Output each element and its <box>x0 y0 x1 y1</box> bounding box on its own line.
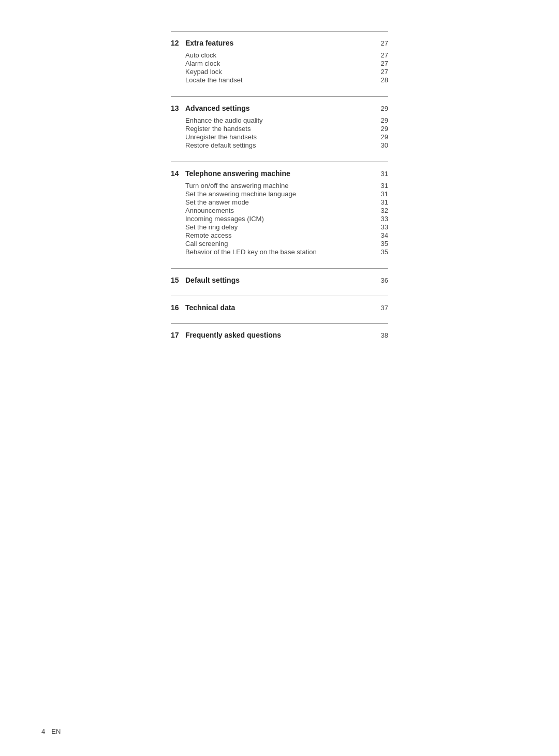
sub-entry-page: 33 <box>374 215 388 223</box>
sub-entry-text: Auto clock <box>185 51 374 59</box>
sub-entries-13: Enhance the audio quality 29 Register th… <box>171 117 388 149</box>
sub-entry-page: 34 <box>374 231 388 239</box>
sub-entry: Set the ring delay 33 <box>185 223 388 231</box>
footer-page-number: 4 <box>41 728 45 735</box>
sub-entry-text: Turn on/off the answering machine <box>185 182 374 190</box>
section-page-16: 37 <box>381 304 388 312</box>
section-title-16: Technical data <box>185 303 235 312</box>
section-divider-16 <box>171 296 388 296</box>
section-title-15: Default settings <box>185 276 240 284</box>
sub-entry: Set the answering machine language 31 <box>185 190 388 198</box>
sub-entry-page: 29 <box>374 117 388 124</box>
sub-entry-text: Call screening <box>185 240 374 248</box>
sub-entry-page: 35 <box>374 240 388 248</box>
sub-entry-text: Unregister the handsets <box>185 133 374 141</box>
section-page-13: 29 <box>381 105 388 112</box>
section-header-16: 16 Technical data 37 <box>171 300 388 314</box>
sub-entry-text: Alarm clock <box>185 60 374 67</box>
sub-entry: Set the answer mode 31 <box>185 198 388 206</box>
section-title-14: Telephone answering machine <box>185 169 290 178</box>
section-page-12: 27 <box>381 39 388 47</box>
sub-entries-12: Auto clock 27 Alarm clock 27 Keypad lock… <box>171 51 388 84</box>
sub-entry-text: Incoming messages (ICM) <box>185 215 374 223</box>
sub-entry: Enhance the audio quality 29 <box>185 117 388 124</box>
toc-section-15: 15 Default settings 36 <box>171 268 388 296</box>
page: 12 Extra features 27 Auto clock 27 Alarm… <box>0 0 559 756</box>
sub-entry-page: 27 <box>374 68 388 76</box>
sub-entry-page: 33 <box>374 223 388 231</box>
sub-entry-page: 31 <box>374 198 388 206</box>
sub-entry-page: 27 <box>374 60 388 67</box>
sub-entry: Keypad lock 27 <box>185 68 388 76</box>
section-page-15: 36 <box>381 277 388 284</box>
section-title-17: Frequently asked questions <box>185 331 281 339</box>
sub-entry: Auto clock 27 <box>185 51 388 59</box>
sub-entry-text: Locate the handset <box>185 76 374 84</box>
section-title-13: Advanced settings <box>185 104 249 112</box>
sub-entry-text: Keypad lock <box>185 68 374 76</box>
section-number-12: 12 <box>171 39 181 47</box>
section-divider-15 <box>171 268 388 269</box>
sub-entry-page: 30 <box>374 141 388 149</box>
sub-entry-page: 29 <box>374 133 388 141</box>
sub-entry-text: Set the ring delay <box>185 223 374 231</box>
section-divider-17 <box>171 323 388 324</box>
toc-section-14: 14 Telephone answering machine 31 Turn o… <box>171 162 388 268</box>
sub-entry-page: 28 <box>374 76 388 84</box>
sub-entry: Turn on/off the answering machine 31 <box>185 182 388 190</box>
sub-entry: Register the handsets 29 <box>185 125 388 133</box>
sub-entry-page: 29 <box>374 125 388 133</box>
toc-section-13: 13 Advanced settings 29 Enhance the audi… <box>171 96 388 162</box>
sub-entry-page: 31 <box>374 182 388 190</box>
sub-entry: Behavior of the LED key on the base stat… <box>185 248 388 256</box>
section-header-left-14: 14 Telephone answering machine <box>171 169 290 178</box>
section-divider-13 <box>171 96 388 97</box>
section-header-15: 15 Default settings 36 <box>171 273 388 286</box>
sub-entry-text: Remote access <box>185 231 374 239</box>
section-header-13: 13 Advanced settings 29 <box>171 101 388 114</box>
section-number-17: 17 <box>171 331 181 339</box>
sub-entry-page: 31 <box>374 190 388 198</box>
section-header-left-12: 12 Extra features <box>171 39 233 47</box>
sub-entry: Restore default settings 30 <box>185 141 388 149</box>
sub-entry-text: Register the handsets <box>185 125 374 133</box>
section-divider-14 <box>171 162 388 162</box>
sub-entry-text: Behavior of the LED key on the base stat… <box>185 248 325 256</box>
section-page-17: 38 <box>381 331 388 339</box>
sub-entry: Locate the handset 28 <box>185 76 388 84</box>
section-number-13: 13 <box>171 104 181 112</box>
section-title-12: Extra features <box>185 39 233 47</box>
toc-container: 12 Extra features 27 Auto clock 27 Alarm… <box>171 31 388 343</box>
sub-entry-text: Announcements <box>185 207 374 214</box>
sub-entry-text: Enhance the audio quality <box>185 117 374 124</box>
sub-entry-text: Set the answer mode <box>185 198 374 206</box>
toc-section-16: 16 Technical data 37 <box>171 296 388 323</box>
section-divider-12 <box>171 31 388 32</box>
sub-entry: Unregister the handsets 29 <box>185 133 388 141</box>
sub-entry: Alarm clock 27 <box>185 60 388 67</box>
sub-entry-text: Restore default settings <box>185 141 374 149</box>
sub-entries-14: Turn on/off the answering machine 31 Set… <box>171 182 388 256</box>
section-header-left-17: 17 Frequently asked questions <box>171 331 281 339</box>
toc-section-12: 12 Extra features 27 Auto clock 27 Alarm… <box>171 31 388 96</box>
section-number-16: 16 <box>171 303 181 312</box>
sub-entry-page: 27 <box>374 51 388 59</box>
sub-entry: Call screening 35 <box>185 240 388 248</box>
section-page-14: 31 <box>381 170 388 178</box>
section-header-left-15: 15 Default settings <box>171 276 240 284</box>
page-footer: 4 EN <box>41 728 61 735</box>
section-number-14: 14 <box>171 169 181 178</box>
sub-entry-page: 32 <box>374 207 388 214</box>
section-header-12: 12 Extra features 27 <box>171 36 388 49</box>
sub-entry-page: 35 <box>374 248 388 256</box>
section-header-17: 17 Frequently asked questions 38 <box>171 328 388 341</box>
toc-section-17: 17 Frequently asked questions 38 <box>171 323 388 341</box>
section-header-left-13: 13 Advanced settings <box>171 104 249 112</box>
sub-entry: Remote access 34 <box>185 231 388 239</box>
footer-language: EN <box>51 728 61 735</box>
sub-entry: Incoming messages (ICM) 33 <box>185 215 388 223</box>
section-header-14: 14 Telephone answering machine 31 <box>171 166 388 180</box>
sub-entry-text: Set the answering machine language <box>185 190 374 198</box>
section-header-left-16: 16 Technical data <box>171 303 235 312</box>
section-number-15: 15 <box>171 276 181 284</box>
